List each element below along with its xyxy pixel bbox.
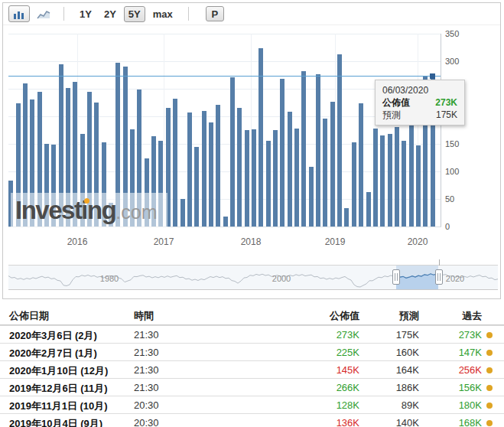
bar-2017-11[interactable]: [230, 77, 235, 227]
x-axis-tick-label: 2018: [241, 236, 262, 247]
bar-2019-08[interactable]: [380, 135, 385, 227]
previous-value: 180K: [422, 399, 482, 411]
bar-2018-01[interactable]: [245, 130, 249, 227]
importance-dot-icon: [486, 367, 493, 373]
importance-dot-icon: [486, 350, 493, 356]
x-axis-tick-label: 2017: [154, 236, 174, 247]
bar-2020-01[interactable]: [416, 145, 421, 227]
header-forecast: 預測: [359, 309, 419, 323]
bar-2019-01[interactable]: [330, 102, 335, 227]
range-buttons: 1Y2Y5Ymax: [73, 6, 179, 22]
release-time: 21:30: [134, 329, 159, 341]
handle-grip-icon: [395, 273, 398, 281]
bar-2018-11[interactable]: [316, 74, 320, 227]
watermark-suffix: .com: [115, 201, 157, 223]
line-chart-type-button[interactable]: [33, 5, 54, 22]
table-row[interactable]: 2019年11月1日 (10月)20:30128K89K180K: [0, 396, 504, 413]
bar-2017-07[interactable]: [202, 111, 206, 227]
bar-2017-03[interactable]: [173, 99, 177, 227]
bar-2019-09[interactable]: [388, 134, 392, 227]
table-row[interactable]: 2019年10月4日 (9月)20:30136K140K168K: [0, 413, 504, 427]
bar-2019-10[interactable]: [395, 127, 399, 227]
range-button-max[interactable]: max: [148, 7, 177, 21]
importance-dot-icon: [486, 403, 493, 409]
y-axis-tick-label: 100: [445, 167, 476, 176]
bar-2017-08[interactable]: [209, 122, 213, 227]
bar-2018-07[interactable]: [288, 112, 292, 227]
watermark-orange-dot: [84, 198, 89, 204]
bar-2017-12[interactable]: [237, 108, 242, 227]
chart-toolbar: 1Y2Y5Ymax P: [3, 3, 500, 25]
header-time: 時間: [134, 309, 154, 323]
bar-2018-02[interactable]: [252, 129, 256, 227]
table-row[interactable]: 2020年3月6日 (2月)21:30273K175K273K: [0, 325, 504, 343]
crosshair-line: [8, 76, 441, 77]
navigator-left-handle[interactable]: [392, 269, 400, 285]
timeline-navigator[interactable]: 1980 2000 2020: [8, 265, 498, 290]
table-row[interactable]: 2019年12月6日 (11月)21:30266K186K156K: [0, 378, 504, 396]
tooltip-forecast-value: 175K: [436, 109, 457, 121]
bar-2018-05[interactable]: [273, 130, 278, 227]
print-button[interactable]: P: [206, 6, 224, 21]
forecast-value: 186K: [359, 382, 419, 393]
releases-table: 公佈日期 時間 公佈值 預測 過去 2020年3月6日 (2月)21:30273…: [0, 305, 504, 427]
header-actual: 公佈值: [268, 309, 359, 323]
importance-dot-icon: [486, 332, 493, 338]
table-row[interactable]: 2020年1月10日 (12月)21:30145K164K256K: [0, 360, 504, 378]
navigator-selected-range[interactable]: [396, 266, 438, 289]
v-gridline: [335, 34, 336, 227]
range-button-5y[interactable]: 5Y: [124, 6, 145, 22]
bar-2018-08[interactable]: [294, 129, 299, 227]
bar-2018-03[interactable]: [259, 48, 263, 227]
plot-area[interactable]: 0501001502002503003502016201720182019202…: [3, 24, 502, 246]
bar-chart-type-button[interactable]: [8, 5, 30, 22]
previous-value: 168K: [422, 417, 482, 427]
forecast-value: 175K: [359, 329, 419, 341]
bar-2019-05[interactable]: [359, 103, 363, 227]
forecast-value: 160K: [359, 347, 419, 358]
y-axis-tick-label: 300: [445, 57, 476, 66]
release-date: 2019年10月4日 (9月): [9, 417, 102, 427]
navigator-tick-line: [439, 259, 440, 266]
bar-2017-06[interactable]: [194, 147, 199, 227]
release-date: 2019年12月6日 (11月): [9, 382, 108, 396]
header-release-date: 公佈日期: [9, 309, 49, 323]
bar-chart-icon: [13, 9, 25, 19]
bar-2018-09[interactable]: [301, 71, 306, 227]
header-previous: 過去: [422, 309, 482, 323]
bar-2018-04[interactable]: [266, 141, 271, 227]
bar-2019-07[interactable]: [373, 129, 378, 227]
bar-2019-02[interactable]: [337, 54, 342, 227]
bar-2019-03[interactable]: [344, 208, 349, 227]
table-body: 2020年3月6日 (2月)21:30273K175K273K2020年2月7日…: [0, 325, 504, 427]
hovered-point-marker: [430, 73, 435, 79]
table-row[interactable]: 2020年2月7日 (1月)21:30225K160K147K: [0, 343, 504, 360]
toolbar-separator: [63, 7, 64, 21]
x-axis-tick-label: 2020: [408, 236, 428, 247]
range-button-2y[interactable]: 2Y: [99, 7, 121, 21]
bar-2017-09[interactable]: [216, 105, 220, 227]
bar-2019-11[interactable]: [402, 141, 406, 227]
importance-dot-icon: [486, 420, 493, 426]
release-time: 20:30: [134, 417, 159, 427]
toolbar-separator: [188, 7, 189, 21]
bar-2018-06[interactable]: [280, 79, 285, 227]
x-axis-tick-label: 2016: [67, 236, 88, 247]
bar-2018-12[interactable]: [323, 119, 327, 227]
forecast-value: 140K: [359, 417, 419, 427]
bar-2017-04[interactable]: [180, 199, 185, 227]
tooltip-actual-value: 273K: [435, 96, 457, 109]
y-axis-tick-label: 0: [445, 222, 476, 231]
bar-2019-06[interactable]: [366, 192, 371, 227]
range-button-1y[interactable]: 1Y: [75, 7, 96, 21]
navigator-right-handle[interactable]: [435, 269, 443, 285]
bar-2018-10[interactable]: [309, 167, 314, 227]
handle-grip-icon: [437, 273, 441, 281]
h-gridline: [8, 61, 441, 62]
tooltip-forecast-label: 預測: [382, 109, 401, 121]
bar-2017-05[interactable]: [187, 112, 192, 227]
release-date: 2020年3月6日 (2月): [9, 329, 97, 343]
bar-2017-10[interactable]: [223, 217, 228, 227]
bar-2019-04[interactable]: [352, 142, 356, 227]
release-time: 20:30: [134, 399, 159, 411]
